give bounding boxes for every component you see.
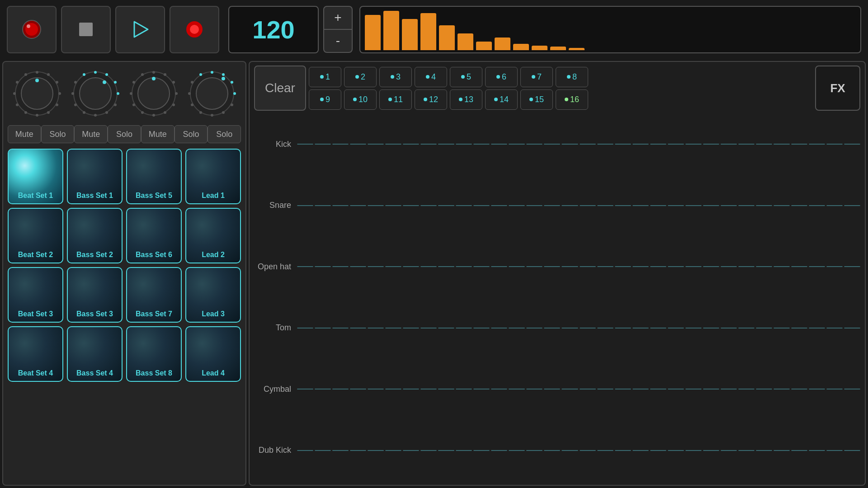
- seq-cell-0-3[interactable]: [350, 144, 366, 145]
- seq-cell-0-7[interactable]: [420, 144, 437, 145]
- pad-11[interactable]: Lead 3: [185, 267, 241, 323]
- seq-cell-0-24[interactable]: [721, 144, 737, 145]
- seq-cell-5-10[interactable]: [473, 450, 490, 451]
- seq-cell-5-20[interactable]: [650, 450, 666, 451]
- seq-cell-2-26[interactable]: [756, 266, 772, 267]
- seq-cell-5-4[interactable]: [368, 450, 384, 451]
- seq-cell-0-11[interactable]: [491, 144, 507, 145]
- seq-cell-3-19[interactable]: [632, 328, 649, 328]
- seq-cell-0-21[interactable]: [668, 144, 684, 145]
- seq-cell-4-31[interactable]: [844, 389, 860, 389]
- seq-cell-5-9[interactable]: [456, 450, 472, 451]
- seq-cell-4-20[interactable]: [650, 389, 666, 389]
- step-btn-13[interactable]: 13: [450, 89, 482, 110]
- seq-cell-1-11[interactable]: [491, 205, 507, 206]
- play-button[interactable]: [115, 6, 165, 53]
- seq-cell-4-21[interactable]: [668, 389, 684, 389]
- seq-cell-2-0[interactable]: [297, 266, 313, 267]
- seq-cell-0-2[interactable]: [332, 144, 349, 145]
- seq-cell-0-10[interactable]: [473, 144, 490, 145]
- seq-cell-1-15[interactable]: [561, 205, 578, 206]
- pad-13[interactable]: Bass Set 4: [67, 326, 123, 382]
- seq-cell-1-29[interactable]: [809, 205, 825, 206]
- seq-cell-1-1[interactable]: [315, 205, 331, 206]
- seq-cell-3-23[interactable]: [703, 328, 719, 328]
- seq-cell-3-22[interactable]: [685, 328, 702, 328]
- step-btn-9[interactable]: 9: [309, 89, 341, 110]
- seq-cell-5-25[interactable]: [738, 450, 755, 451]
- seq-cell-2-30[interactable]: [826, 266, 843, 267]
- seq-cell-1-13[interactable]: [526, 205, 542, 206]
- seq-cell-1-7[interactable]: [420, 205, 437, 206]
- seq-cell-2-25[interactable]: [738, 266, 755, 267]
- seq-cell-0-23[interactable]: [703, 144, 719, 145]
- seq-cell-5-0[interactable]: [297, 450, 313, 451]
- seq-cell-2-14[interactable]: [544, 266, 560, 267]
- seq-cell-3-25[interactable]: [738, 328, 755, 328]
- seq-cell-3-4[interactable]: [368, 328, 384, 328]
- seq-cell-0-16[interactable]: [580, 144, 596, 145]
- seq-cell-5-1[interactable]: [315, 450, 331, 451]
- seq-cell-4-5[interactable]: [385, 389, 401, 389]
- seq-cell-1-8[interactable]: [438, 205, 454, 206]
- seq-cell-5-13[interactable]: [526, 450, 542, 451]
- seq-cell-0-26[interactable]: [756, 144, 772, 145]
- step-btn-10[interactable]: 10: [344, 89, 377, 110]
- seq-cell-4-18[interactable]: [615, 389, 631, 389]
- seq-cell-4-12[interactable]: [509, 389, 525, 389]
- solo-btn-2[interactable]: Solo: [108, 125, 141, 143]
- seq-cell-1-21[interactable]: [668, 205, 684, 206]
- seq-cell-1-5[interactable]: [385, 205, 401, 206]
- seq-cell-4-19[interactable]: [632, 389, 649, 389]
- solo-btn-4[interactable]: Solo: [208, 125, 241, 143]
- step-btn-2[interactable]: 2: [344, 67, 377, 87]
- step-btn-11[interactable]: 11: [379, 89, 412, 110]
- seq-cell-1-14[interactable]: [544, 205, 560, 206]
- seq-cell-5-15[interactable]: [561, 450, 578, 451]
- seq-cell-1-30[interactable]: [826, 205, 843, 206]
- seq-cell-1-3[interactable]: [350, 205, 366, 206]
- seq-cell-3-9[interactable]: [456, 328, 472, 328]
- seq-cell-3-17[interactable]: [597, 328, 613, 328]
- seq-cell-0-6[interactable]: [403, 144, 419, 145]
- seq-cell-4-23[interactable]: [703, 389, 719, 389]
- seq-cell-3-15[interactable]: [561, 328, 578, 328]
- tempo-plus-button[interactable]: +: [323, 6, 353, 29]
- seq-cell-2-22[interactable]: [685, 266, 702, 267]
- seq-cell-1-18[interactable]: [615, 205, 631, 206]
- seq-cell-2-12[interactable]: [509, 266, 525, 267]
- seq-cell-5-7[interactable]: [420, 450, 437, 451]
- seq-cell-3-20[interactable]: [650, 328, 666, 328]
- pad-14[interactable]: Bass Set 8: [126, 326, 182, 382]
- seq-cell-5-19[interactable]: [632, 450, 649, 451]
- seq-cell-0-12[interactable]: [509, 144, 525, 145]
- seq-cell-0-17[interactable]: [597, 144, 613, 145]
- knob-4[interactable]: [187, 69, 237, 118]
- seq-cell-0-15[interactable]: [561, 144, 578, 145]
- clear-button[interactable]: Clear: [254, 66, 306, 111]
- seq-cell-4-13[interactable]: [526, 389, 542, 389]
- mute-btn-2[interactable]: Mute: [74, 125, 108, 143]
- seq-cell-2-27[interactable]: [774, 266, 790, 267]
- seq-cell-5-29[interactable]: [809, 450, 825, 451]
- seq-cell-1-12[interactable]: [509, 205, 525, 206]
- seq-cell-5-30[interactable]: [826, 450, 843, 451]
- seq-cell-1-31[interactable]: [844, 205, 860, 206]
- seq-cell-4-15[interactable]: [561, 389, 578, 389]
- pad-2[interactable]: Bass Set 5: [126, 149, 182, 204]
- seq-cell-4-2[interactable]: [332, 389, 349, 389]
- seq-cell-0-22[interactable]: [685, 144, 702, 145]
- seq-cell-1-2[interactable]: [332, 205, 349, 206]
- seq-cell-4-0[interactable]: [297, 389, 313, 389]
- seq-cell-5-14[interactable]: [544, 450, 560, 451]
- seq-cell-4-6[interactable]: [403, 389, 419, 389]
- seq-cell-3-30[interactable]: [826, 328, 843, 328]
- pad-12[interactable]: Beat Set 4: [8, 326, 63, 382]
- seq-cell-3-16[interactable]: [580, 328, 596, 328]
- seq-cell-5-16[interactable]: [580, 450, 596, 451]
- seq-cell-2-4[interactable]: [368, 266, 384, 267]
- seq-cell-4-8[interactable]: [438, 389, 454, 389]
- seq-cell-3-29[interactable]: [809, 328, 825, 328]
- seq-cell-2-17[interactable]: [597, 266, 613, 267]
- seq-cell-2-2[interactable]: [332, 266, 349, 267]
